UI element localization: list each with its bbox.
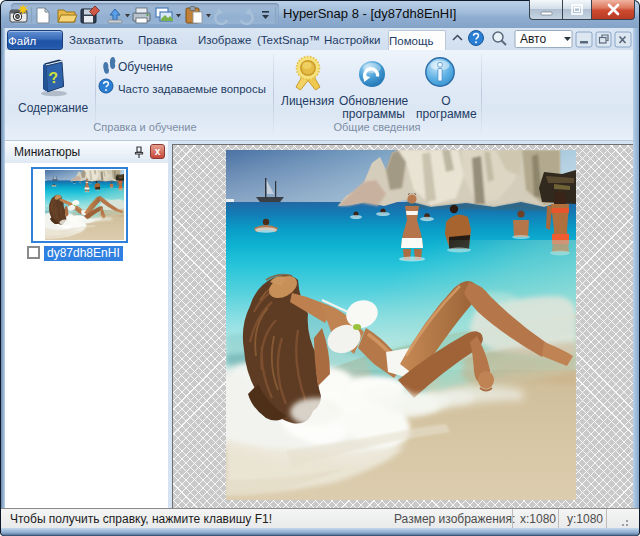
- svg-text:Авто: Авто: [520, 32, 546, 46]
